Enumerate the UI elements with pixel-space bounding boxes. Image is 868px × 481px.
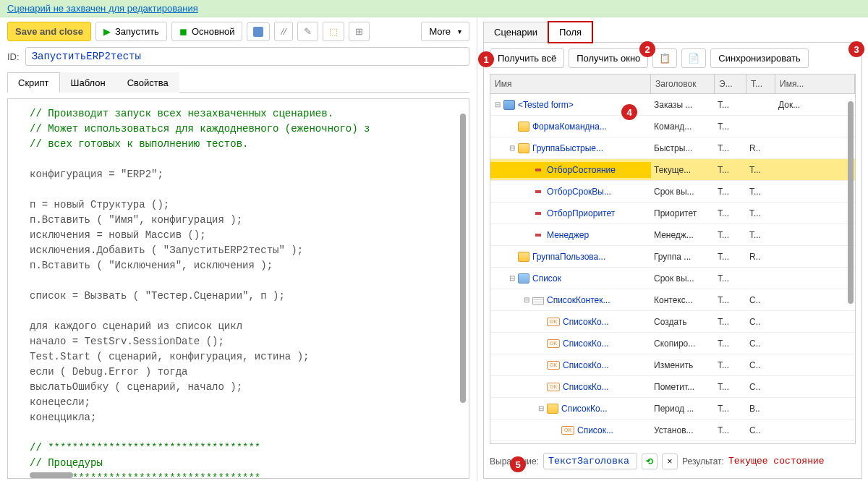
tree-cell-t: С.. [746, 314, 775, 330]
more-button[interactable]: More [421, 22, 469, 41]
id-input[interactable] [25, 47, 469, 66]
tree-row[interactable]: ГруппаПользова...Группа ...Т...R.. [490, 246, 855, 268]
tree-row[interactable]: МенеджерМенедж...Т...Т... [490, 224, 855, 246]
pencil-icon: ✎ [304, 26, 312, 37]
toolbar-link-button[interactable]: ⊞ [349, 22, 370, 41]
tree-toggle[interactable] [537, 361, 545, 370]
tree-toggle[interactable] [522, 166, 531, 174]
badge-4: 4 [621, 104, 637, 120]
tab-scenarios[interactable]: Сценарии [483, 22, 548, 43]
tab-template[interactable]: Шаблон [60, 72, 116, 93]
tree-row[interactable]: OKСписокКо...Скопиро...Т...С.. [490, 333, 855, 354]
tree-cell-el: Т... [715, 271, 746, 286]
tree-cell-nm [775, 406, 855, 412]
code-editor[interactable]: // Производит запуск всех незахваченных … [7, 98, 469, 479]
code-scrollbar-horizontal[interactable] [30, 472, 73, 478]
col-t[interactable]: Т... [746, 75, 775, 93]
tree-cell-el: Т... [715, 249, 746, 265]
tree-toggle[interactable] [537, 339, 545, 348]
folder-icon [518, 122, 529, 132]
run-button[interactable]: ▶Запустить [95, 22, 167, 41]
tree-toggle[interactable] [537, 383, 545, 391]
main-button[interactable]: ◼Основной [171, 22, 243, 41]
tree-row[interactable]: OKСписокКо...СоздатьТ...С.. [490, 311, 855, 333]
tree-row[interactable]: OKСписок...Установ...Т...С.. [490, 420, 855, 441]
tree-row[interactable]: OKСписокКо...Пометит...Т...С.. [490, 376, 855, 398]
code-line: исключения = новый Массив (); [30, 228, 440, 243]
get-window-button[interactable]: Получить окно [569, 48, 648, 68]
toolbar-format-button[interactable]: ✎ [297, 22, 318, 41]
tree-toggle[interactable] [508, 122, 516, 131]
tree-item-name: ГруппаБыстрые... [532, 143, 603, 153]
tree-scrollbar[interactable] [848, 101, 854, 304]
badge-5: 5 [510, 456, 526, 472]
expr-input[interactable] [543, 453, 637, 469]
get-all-button[interactable]: Получить всё [490, 48, 564, 68]
col-el[interactable]: Э... [715, 75, 746, 93]
toolbar-tree-button[interactable]: ⬚ [323, 22, 344, 41]
warning-link[interactable]: Сценарий не захвачен для редактирования [7, 3, 198, 14]
toolbar-comment-button[interactable]: // [274, 22, 292, 41]
save-icon-button[interactable] [247, 22, 270, 41]
clear-button[interactable]: × [662, 454, 678, 469]
save-icon [253, 27, 263, 37]
tree-row[interactable]: ⊟СписокСрок вы...Т... [490, 268, 855, 289]
tab-properties[interactable]: Свойства [116, 72, 179, 93]
code-line: // *********************************** [30, 440, 440, 456]
tree-cell-el: Т... [715, 119, 746, 135]
tree-cell-nm [775, 167, 855, 173]
tree-row[interactable]: ⊟СписокКонтек...Контекс...Т...С.. [490, 289, 855, 311]
code-line [30, 152, 440, 167]
tree-row[interactable]: ⊟<Tested form>Заказы ...Т...Док... [490, 94, 855, 116]
tree-row[interactable]: OKСписокКо...ИзменитьТ...С.. [490, 354, 855, 376]
tree-toggle[interactable]: ⊟ [508, 274, 516, 283]
col-name[interactable]: Имя [490, 75, 651, 93]
tree-row[interactable]: ОтборПриоритетПриоритетТ...Т... [490, 203, 855, 224]
tree-cell-nm [775, 427, 855, 433]
tree-toggle[interactable] [508, 252, 516, 261]
tree-cell-t [746, 276, 775, 281]
tree-cell-title: Группа ... [651, 249, 715, 265]
form-icon [503, 100, 515, 110]
save-close-button[interactable]: Save and close [7, 22, 91, 41]
tree-toggle[interactable]: ⊟ [493, 101, 502, 109]
tree-toggle[interactable] [551, 426, 560, 435]
tree-toggle[interactable]: ⊟ [522, 296, 531, 305]
ok-icon: OK [547, 383, 560, 391]
tree-row[interactable]: ⊟ГруппаБыстрые...Быстры...Т...R.. [490, 137, 855, 159]
tree-toggle[interactable] [522, 209, 531, 218]
tree-row[interactable]: ОтборСостояниеТекуще...Т...Т... [490, 159, 855, 181]
sync-button[interactable]: Синхронизировать [710, 48, 808, 68]
tree-toggle[interactable]: ⊟ [508, 144, 516, 153]
tree-toggle[interactable]: ⊟ [537, 404, 545, 413]
tree-item-name: ГруппаПользова... [532, 252, 605, 262]
play-icon: ▶ [103, 26, 111, 37]
tree-item-name: СписокКо... [563, 317, 609, 327]
tab-script[interactable]: Скрипт [7, 72, 60, 93]
tree-toggle[interactable] [522, 187, 531, 196]
tree-toggle[interactable] [537, 318, 545, 326]
code-scrollbar-vertical[interactable] [460, 114, 466, 403]
tree-row[interactable]: ФормаКомандна...Команд...Т... [490, 116, 855, 137]
code-line: Test.Start ( сценарий, конфигурация, ист… [30, 349, 440, 365]
tree-item-name: ОтборСрокВы... [547, 187, 611, 197]
tree-toggle[interactable] [522, 231, 531, 239]
tree-cell-t: Т... [746, 205, 775, 221]
tree-cell-el: Т... [715, 184, 746, 200]
tree-cell-t: С.. [746, 292, 775, 308]
code-line: для каждого сценарий из список цикл [30, 319, 440, 334]
tree-row[interactable]: ОтборСрокВы...Срок вы...Т...Т... [490, 181, 855, 203]
refresh-button[interactable]: ⟲ [642, 454, 658, 469]
tree-item-name: ОтборПриоритет [547, 208, 615, 218]
clipboard-check-icon: 📄 [688, 53, 699, 64]
tree-row[interactable]: ⊟СписокКо...Период ...Т...В.. [490, 398, 855, 420]
tab-fields[interactable]: Поля [548, 22, 592, 43]
clipboard-button-2[interactable]: 📄 [681, 48, 706, 68]
col-title[interactable]: Заголовок [651, 75, 715, 93]
col-nm[interactable]: Имя... [775, 75, 855, 93]
tree-cell-nm [775, 362, 855, 368]
code-line: выслатьОшибку ( сценарий, начало ); [30, 380, 440, 395]
clipboard-button-1[interactable]: 📋 [652, 48, 677, 68]
field-icon [535, 212, 541, 215]
code-line: конеццикла; [30, 410, 440, 425]
